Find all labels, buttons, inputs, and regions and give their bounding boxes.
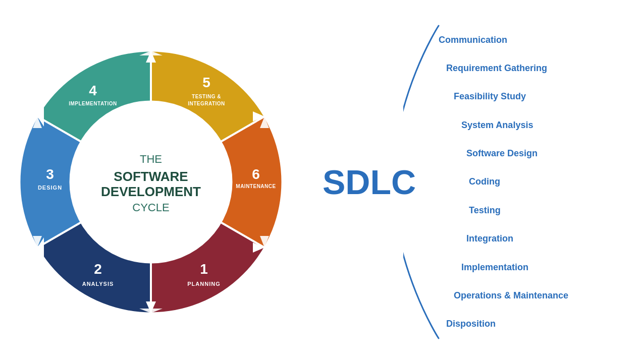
sdlc-title: SDLC bbox=[323, 162, 416, 202]
sdlc-items-list: CommunicationRequirement GatheringFeasib… bbox=[439, 16, 568, 348]
sdlc-item: Feasibility Study bbox=[439, 91, 568, 102]
svg-text:ANALYSIS: ANALYSIS bbox=[82, 281, 114, 287]
svg-text:IMPLEMENTATION: IMPLEMENTATION bbox=[69, 101, 117, 106]
sdlc-item: Operations & Maintenance bbox=[439, 290, 568, 301]
cycle-diagram: THE SOFTWARE DEVELOPMENT CYCLE 1 PLANNIN… bbox=[5, 26, 297, 338]
svg-text:5: 5 bbox=[202, 75, 210, 90]
sdlc-item: System Analysis bbox=[439, 120, 568, 131]
svg-text:INTEGRATION: INTEGRATION bbox=[188, 101, 225, 106]
svg-text:DEVELOPMENT: DEVELOPMENT bbox=[101, 184, 201, 199]
sdlc-item: Testing bbox=[439, 205, 568, 216]
main-container: THE SOFTWARE DEVELOPMENT CYCLE 1 PLANNIN… bbox=[0, 0, 640, 364]
svg-text:CYCLE: CYCLE bbox=[132, 201, 169, 214]
sdlc-item: Coding bbox=[439, 176, 568, 187]
sdlc-container: SDLC CommunicationRequirement GatheringF… bbox=[307, 16, 635, 348]
svg-text:3: 3 bbox=[46, 166, 54, 182]
svg-text:MAINTENANCE: MAINTENANCE bbox=[236, 184, 276, 189]
sdlc-item: Requirement Gathering bbox=[439, 63, 568, 74]
svg-text:TESTING &: TESTING & bbox=[192, 94, 221, 99]
svg-text:SOFTWARE: SOFTWARE bbox=[114, 169, 188, 184]
sdlc-item: Software Design bbox=[439, 148, 568, 159]
sdlc-item: Integration bbox=[439, 233, 568, 244]
svg-text:4: 4 bbox=[89, 83, 97, 98]
svg-text:PLANNING: PLANNING bbox=[187, 281, 220, 287]
svg-text:2: 2 bbox=[94, 261, 102, 277]
sdlc-item: Disposition bbox=[439, 319, 568, 329]
svg-text:THE: THE bbox=[140, 153, 162, 165]
svg-text:6: 6 bbox=[252, 166, 260, 182]
sdlc-item: Communication bbox=[439, 35, 568, 45]
svg-text:DESIGN: DESIGN bbox=[38, 185, 62, 191]
svg-text:1: 1 bbox=[200, 261, 208, 277]
sdlc-item: Implementation bbox=[439, 262, 568, 273]
